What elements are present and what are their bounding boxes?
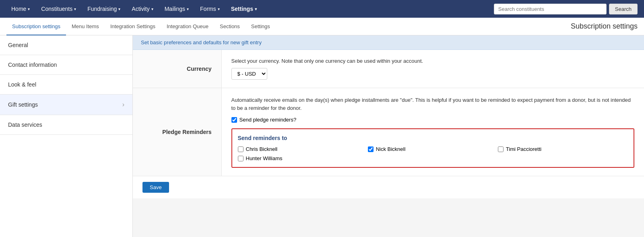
sidebar-item-gift-settings[interactable]: Gift settings › (0, 95, 132, 115)
recipient-nick-bicknell-checkbox[interactable] (368, 146, 374, 152)
sidebar-item-general[interactable]: General (0, 35, 132, 55)
chevron-down-icon: ▾ (118, 7, 120, 11)
sidebar: General Contact information Look & feel … (0, 35, 133, 237)
sub-nav-items: Subscription settings Menu Items Integra… (6, 18, 571, 35)
currency-description: Select your currency. Note that only one… (231, 58, 635, 64)
chevron-down-icon: ▾ (255, 7, 257, 11)
recipient-nick-bicknell: Nick Bicknell (368, 146, 498, 152)
nav-constituents[interactable]: Constituents ▾ (36, 0, 81, 18)
top-navigation: Home ▾ Constituents ▾ Fundraising ▾ Acti… (0, 0, 644, 18)
recipient-nick-bicknell-name: Nick Bicknell (376, 146, 406, 152)
recipient-hunter-williams-name: Hunter Williams (246, 155, 283, 161)
tab-sections[interactable]: Sections (214, 18, 246, 35)
tab-integration-settings[interactable]: Integration Settings (105, 18, 161, 35)
search-area: Search (494, 4, 638, 14)
send-pledge-row: Send pledge reminders? (231, 117, 635, 123)
tab-subscription-settings[interactable]: Subscription settings (6, 18, 66, 35)
sub-navigation: Subscription settings Menu Items Integra… (0, 18, 644, 35)
send-pledge-label: Send pledge reminders? (239, 117, 297, 123)
main-layout: General Contact information Look & feel … (0, 35, 644, 237)
page-title: Subscription settings (571, 22, 638, 31)
recipient-timi-paccioretti-checkbox[interactable] (498, 146, 504, 152)
tab-integration-queue[interactable]: Integration Queue (161, 18, 214, 35)
sidebar-item-look-feel[interactable]: Look & feel (0, 75, 132, 95)
nav-items: Home ▾ Constituents ▾ Fundraising ▾ Acti… (6, 0, 494, 18)
sidebar-item-contact-information[interactable]: Contact information (0, 55, 132, 75)
tab-settings[interactable]: Settings (246, 18, 276, 35)
content-header: Set basic preferences and defaults for n… (133, 35, 644, 50)
nav-home[interactable]: Home ▾ (6, 0, 35, 18)
send-pledge-checkbox[interactable] (231, 117, 237, 123)
nav-mailings[interactable]: Mailings ▾ (160, 0, 194, 18)
recipient-hunter-williams: Hunter Williams (238, 155, 368, 161)
recipients-grid: Chris Bicknell Nick Bicknell Timi Paccio… (238, 146, 628, 161)
nav-settings[interactable]: Settings ▾ (226, 0, 262, 18)
recipient-chris-bicknell-name: Chris Bicknell (246, 146, 278, 152)
currency-label: Currency (133, 50, 221, 88)
currency-select[interactable]: $ - USD (231, 68, 267, 80)
chevron-down-icon: ▾ (28, 7, 30, 11)
nav-fundraising[interactable]: Fundraising ▾ (83, 0, 125, 18)
send-reminders-title: Send reminders to (238, 135, 628, 141)
send-reminders-box: Send reminders to Chris Bicknell Nick Bi… (231, 128, 635, 168)
recipient-chris-bicknell-checkbox[interactable] (238, 146, 244, 152)
chevron-down-icon: ▾ (218, 7, 220, 11)
pledge-reminders-content: Automatically receive emails on the day(… (221, 88, 644, 176)
nav-forms[interactable]: Forms ▾ (195, 0, 225, 18)
tab-menu-items[interactable]: Menu Items (66, 18, 105, 35)
recipient-timi-paccioretti-name: Timi Paccioretti (506, 146, 541, 152)
content-inner: Set basic preferences and defaults for n… (133, 35, 644, 198)
nav-activity[interactable]: Activity ▾ (127, 0, 158, 18)
recipient-hunter-williams-checkbox[interactable] (238, 156, 244, 161)
search-button[interactable]: Search (609, 4, 638, 14)
chevron-down-icon: ▾ (187, 7, 189, 11)
currency-content: Select your currency. Note that only one… (221, 50, 644, 88)
recipient-chris-bicknell: Chris Bicknell (238, 146, 368, 152)
currency-row: Currency Select your currency. Note that… (133, 50, 644, 88)
recipient-timi-paccioretti: Timi Paccioretti (498, 146, 628, 152)
sidebar-item-data-services[interactable]: Data services (0, 115, 132, 135)
pledge-reminders-row: Pledge Reminders Automaticall (133, 88, 644, 176)
chevron-down-icon: ▾ (151, 7, 153, 11)
pledge-reminders-description: Automatically receive emails on the day(… (231, 96, 635, 112)
chevron-down-icon: ▾ (74, 7, 76, 11)
save-button[interactable]: Save (142, 182, 169, 193)
chevron-right-icon: › (122, 101, 124, 108)
pledge-reminders-label: Pledge Reminders (133, 88, 221, 176)
content-area: Set basic preferences and defaults for n… (133, 35, 644, 237)
search-input[interactable] (494, 4, 607, 14)
settings-table: Currency Select your currency. Note that… (133, 50, 644, 176)
